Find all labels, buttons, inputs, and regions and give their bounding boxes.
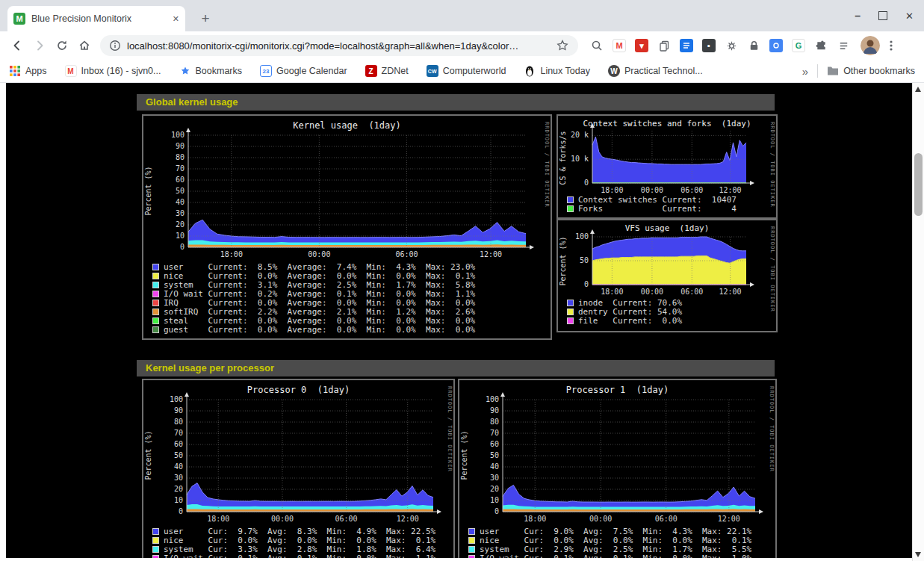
forward-button[interactable] (28, 34, 51, 57)
calendar-icon: 23 (260, 65, 272, 77)
grammarly-extension-icon[interactable]: G (790, 37, 807, 54)
bookmark-inbox[interactable]: M Inbox (16) - sjvn0... (65, 65, 161, 77)
legend-row: I/O waitCurrent:0.2%Average:0.1%Min:0.0%… (152, 289, 475, 298)
section-title-global-kernel-usage: Global kernel usage (137, 94, 775, 111)
minimize-button[interactable]: – (855, 10, 861, 22)
monitorix-favicon-icon: M (13, 13, 25, 25)
svg-text:60: 60 (490, 440, 499, 448)
svg-text:40: 40 (174, 462, 183, 471)
svg-text:18:00: 18:00 (601, 186, 623, 194)
legend-color-swatch (152, 309, 159, 315)
legend-series-label: I/O wait (480, 554, 524, 559)
bookmark-apps[interactable]: Apps (9, 65, 47, 77)
browser-menu-button[interactable] (880, 34, 902, 57)
section-title-text: Kernel usage per processor (146, 362, 274, 374)
svg-text:00:00: 00:00 (271, 515, 294, 523)
y-axis-label: CS & forks/s (558, 123, 568, 192)
close-window-button[interactable]: ✕ (905, 10, 914, 22)
back-button[interactable] (6, 34, 28, 57)
legend-stat-header: Avg: (267, 554, 288, 559)
forward-arrow-icon (33, 39, 46, 52)
svg-text:12:00: 12:00 (719, 288, 742, 296)
legend-color-swatch (152, 546, 159, 553)
legend-color-swatch (152, 300, 159, 306)
bookmarks-bar: Apps M Inbox (16) - sjvn0... Bookmarks 2… (0, 60, 924, 83)
legend-color-swatch (567, 205, 574, 212)
other-bookmarks-button[interactable]: Other bookmarks (827, 65, 915, 77)
svg-text:00:00: 00:00 (641, 186, 663, 194)
legend-stat-header: Cur: (524, 554, 545, 559)
camera-extension-icon[interactable] (768, 37, 784, 54)
gmail-extension-icon[interactable]: M (611, 37, 627, 54)
profile-avatar[interactable] (861, 36, 880, 55)
vfs-usage-graph-panel: 05010018:0000:0006:0012:00 VFS usage (1d… (556, 219, 778, 332)
rrdtool-watermark: RRDTOOL / TOBI OETIKER (447, 386, 453, 475)
extension-icon[interactable]: ▪ (701, 37, 717, 54)
svg-text:06:00: 06:00 (655, 515, 678, 523)
legend-stat-header: Max: (426, 325, 446, 335)
window-controls: – ✕ (855, 0, 914, 31)
scrollbar-thumb[interactable] (914, 153, 923, 216)
search-extension-icon[interactable] (589, 37, 605, 54)
browser-tab[interactable]: M Blue Precision Monitorix ✕ (7, 6, 185, 31)
bookmark-practical-technology[interactable]: W Practical Technol... (608, 65, 703, 77)
bookmark-zdnet[interactable]: Z ZDNet (365, 65, 409, 77)
url-text[interactable]: localhost:8080/monitorix-cgi/monitorix.c… (127, 40, 556, 52)
kernel-usage-graph-panel: 010203040506070809010018:0000:0006:0012:… (142, 114, 552, 340)
bookmark-google-calendar[interactable]: 23 Google Calendar (260, 65, 347, 77)
legend-series-label: file (578, 316, 613, 326)
bookmark-label: Practical Technol... (624, 66, 703, 76)
bookmarks-overflow-chevron[interactable]: » (802, 65, 808, 78)
legend-stat-value: 0.0% (652, 316, 682, 326)
bookmark-bookmarks[interactable]: Bookmarks (179, 65, 243, 77)
lock-extension-icon[interactable] (745, 37, 762, 54)
svg-text:60: 60 (174, 440, 183, 448)
processor0-graph-panel: 010203040506070809010018:0000:0006:0012:… (142, 379, 455, 558)
scroll-down-arrow-icon[interactable] (915, 552, 921, 557)
extension-icon[interactable]: ▾ (633, 37, 650, 54)
vertical-scrollbar[interactable] (912, 83, 924, 561)
legend-stat-value: 0.0% (663, 554, 692, 559)
context-switches-graph-panel: 010 k20 k18:0000:0006:0012:00 Context sw… (556, 114, 778, 219)
scroll-up-arrow-icon[interactable] (915, 87, 921, 92)
svg-text:12:00: 12:00 (719, 186, 742, 194)
svg-text:00:00: 00:00 (308, 250, 330, 258)
legend-row: IRQCurrent:0.0%Average:0.0%Min:0.0%Max:0… (152, 298, 475, 307)
svg-text:06:00: 06:00 (680, 186, 703, 194)
svg-text:0: 0 (180, 243, 185, 251)
tab-close-icon[interactable]: ✕ (173, 14, 179, 24)
legend-color-swatch (567, 300, 574, 306)
maximize-button[interactable] (878, 11, 887, 20)
docs-extension-icon[interactable] (678, 37, 695, 54)
copy-extension-icon[interactable] (656, 37, 672, 54)
bookmark-label: Google Calendar (276, 66, 347, 76)
new-tab-button[interactable]: + (196, 9, 215, 28)
svg-text:00:00: 00:00 (589, 515, 612, 523)
legend-row: userCur:9.0%Avg:7.5%Min:4.3%Max:22.1% (468, 527, 751, 536)
legend-stat-value: 1.1% (406, 554, 436, 559)
home-button[interactable] (73, 34, 96, 57)
legend-stat-header: Current: (613, 316, 652, 326)
rrdtool-watermark: RRDTOOL / TOBI OETIKER (769, 226, 775, 315)
rrdtool-watermark: RRDTOOL / TOBI OETIKER (769, 386, 775, 475)
chart-legend: userCurrent:8.5%Average:7.4%Min:4.3%Max:… (152, 262, 475, 334)
bookmark-label: Computerworld (443, 66, 506, 76)
reload-button[interactable] (51, 34, 73, 57)
bookmark-computerworld[interactable]: CW Computerworld (427, 65, 506, 77)
puzzle-extension-icon[interactable] (813, 37, 829, 54)
legend-stat-value: 0.1% (604, 554, 633, 559)
legend-stat-header: Min: (327, 554, 347, 559)
svg-text:80: 80 (490, 418, 499, 426)
page-info-icon[interactable] (109, 40, 121, 52)
legend-color-swatch (152, 317, 159, 324)
address-bar[interactable]: localhost:8080/monitorix-cgi/monitorix.c… (100, 35, 578, 56)
bookmark-linux-today[interactable]: Linux Today (524, 65, 590, 77)
svg-text:12:00: 12:00 (397, 515, 419, 523)
y-axis-label: Percent (%) (143, 128, 153, 253)
settings-extension-icon[interactable] (723, 37, 739, 54)
legend-stat-header: Avg: (583, 554, 604, 559)
list-extension-icon[interactable] (835, 37, 852, 54)
svg-text:10: 10 (174, 496, 183, 504)
bookmark-star-icon[interactable] (556, 39, 569, 52)
svg-text:90: 90 (176, 142, 185, 150)
